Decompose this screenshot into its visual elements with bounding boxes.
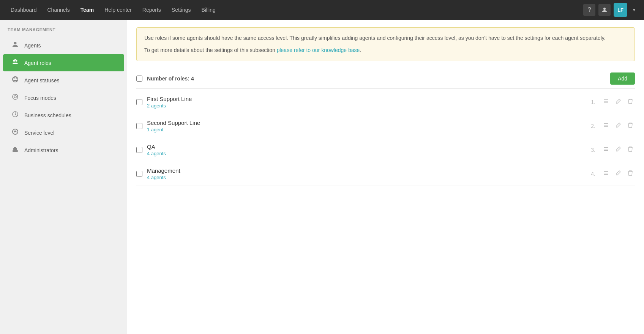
role-reorder-button-4[interactable]	[601, 169, 611, 179]
agent-roles-icon	[11, 58, 20, 68]
user-profile-button[interactable]	[598, 4, 611, 16]
role-info-3: QA 4 agents	[147, 143, 591, 156]
role-reorder-button-2[interactable]	[601, 121, 611, 131]
select-all-checkbox[interactable]	[136, 76, 142, 82]
svg-rect-21	[604, 149, 608, 150]
role-number-3: 3.	[591, 147, 595, 153]
sidebar-label-business-schedules: Business schedules	[24, 112, 71, 118]
role-actions-1: 1.	[591, 97, 635, 107]
role-actions-4: 4.	[591, 169, 635, 179]
role-delete-button-2[interactable]	[626, 121, 635, 131]
nav-reports[interactable]: Reports	[138, 5, 166, 15]
help-button[interactable]: ?	[583, 4, 595, 16]
role-agents-4[interactable]: 4 agents	[147, 175, 591, 180]
role-agents-3[interactable]: 4 agents	[147, 151, 591, 156]
role-info-4: Management 4 agents	[147, 167, 591, 180]
nav-team[interactable]: Team	[76, 5, 99, 15]
svg-rect-10	[13, 150, 18, 151]
sidebar-item-business-schedules[interactable]: Business schedules	[3, 107, 124, 124]
role-agents-2[interactable]: 1 agent	[147, 127, 591, 132]
role-edit-button-3[interactable]	[614, 145, 623, 155]
role-delete-button-3[interactable]	[626, 145, 635, 155]
main-content: Use roles if some agents should have the…	[127, 20, 644, 334]
role-item-second-support-line: Second Support Line 1 agent 2.	[136, 114, 635, 138]
sidebar-title: TEAM MANAGEMENT	[0, 27, 127, 36]
roles-header-left: Number of roles: 4	[136, 76, 194, 82]
sidebar-label-agent-statuses: Agent statuses	[24, 77, 60, 84]
svg-point-4	[14, 96, 16, 98]
sidebar-item-focus-modes[interactable]: Focus modes	[3, 89, 124, 106]
sidebar-label-focus-modes: Focus modes	[24, 95, 56, 101]
role-checkbox-3[interactable]	[136, 147, 142, 153]
role-number-1: 1.	[591, 99, 595, 105]
role-info-1: First Support Line 2 agents	[147, 96, 591, 109]
svg-rect-25	[604, 174, 608, 175]
role-checkbox-2[interactable]	[136, 123, 142, 129]
svg-rect-24	[604, 173, 608, 173]
role-name-1: First Support Line	[147, 96, 591, 102]
business-schedules-icon	[11, 110, 20, 120]
role-number-4: 4.	[591, 171, 595, 177]
roles-header: Number of roles: 4 Add	[136, 69, 635, 89]
avatar-button[interactable]: LF	[614, 3, 627, 17]
role-name-2: Second Support Line	[147, 120, 591, 126]
knowledge-base-link[interactable]: please refer to our knowledge base	[277, 47, 360, 53]
role-name-3: QA	[147, 143, 591, 150]
agents-icon	[11, 41, 20, 50]
svg-rect-11	[13, 151, 18, 152]
add-role-button[interactable]: Add	[610, 72, 635, 85]
svg-rect-17	[604, 123, 608, 124]
role-reorder-button-1[interactable]	[601, 97, 611, 107]
sidebar-item-service-level[interactable]: Service level	[3, 124, 124, 141]
nav-settings[interactable]: Settings	[167, 5, 196, 15]
role-name-4: Management	[147, 167, 591, 174]
role-delete-button-4[interactable]	[626, 169, 635, 179]
service-level-icon	[11, 128, 20, 137]
svg-rect-22	[604, 150, 608, 151]
svg-rect-2	[14, 59, 16, 60]
svg-rect-20	[604, 147, 608, 148]
sidebar-label-agent-roles: Agent roles	[24, 60, 51, 66]
role-edit-button-1[interactable]	[614, 97, 623, 107]
sidebar-item-agents[interactable]: Agents	[3, 37, 124, 54]
nav-help-center[interactable]: Help center	[100, 5, 136, 15]
role-item-first-support-line: First Support Line 2 agents 1.	[136, 90, 635, 114]
role-edit-button-2[interactable]	[614, 121, 623, 131]
nav-billing[interactable]: Billing	[197, 5, 220, 15]
role-reorder-button-3[interactable]	[601, 145, 611, 155]
sidebar-label-agents: Agents	[24, 43, 41, 49]
roles-count: Number of roles: 4	[147, 76, 194, 82]
sidebar-label-administrators: Administrators	[24, 147, 58, 153]
administrators-icon	[11, 145, 20, 155]
svg-rect-18	[604, 125, 608, 126]
role-item-management: Management 4 agents 4.	[136, 162, 635, 186]
svg-rect-23	[604, 171, 608, 172]
nav-channels[interactable]: Channels	[43, 5, 74, 15]
sidebar-item-administrators[interactable]: Administrators	[3, 142, 124, 159]
role-delete-button-1[interactable]	[626, 97, 635, 107]
nav-dashboard[interactable]: Dashboard	[6, 5, 41, 15]
svg-rect-13	[14, 147, 16, 148]
info-banner-text1: Use roles if some agents should have the…	[144, 34, 627, 42]
role-checkbox-1[interactable]	[136, 99, 142, 105]
role-info-2: Second Support Line 1 agent	[147, 120, 591, 132]
sidebar-item-agent-statuses[interactable]: Agent statuses	[3, 72, 124, 89]
info-banner-text2: To get more details about the settings o…	[144, 46, 627, 54]
info-banner: Use roles if some agents should have the…	[136, 27, 635, 61]
svg-rect-15	[604, 101, 608, 102]
svg-rect-16	[604, 102, 608, 103]
avatar-dropdown-button[interactable]: ▼	[630, 7, 638, 13]
nav-links: Dashboard Channels Team Help center Repo…	[6, 5, 583, 15]
role-agents-1[interactable]: 2 agents	[147, 103, 591, 109]
sidebar: TEAM MANAGEMENT Agents Agent roles	[0, 20, 127, 334]
role-edit-button-4[interactable]	[614, 169, 623, 179]
svg-point-0	[13, 60, 15, 62]
sidebar-item-agent-roles[interactable]: Agent roles	[3, 54, 124, 71]
role-item-qa: QA 4 agents 3.	[136, 138, 635, 162]
top-navigation: Dashboard Channels Team Help center Repo…	[0, 0, 644, 20]
role-checkbox-4[interactable]	[136, 171, 142, 177]
main-layout: TEAM MANAGEMENT Agents Agent roles	[0, 20, 644, 334]
nav-right-actions: ? LF ▼	[583, 3, 638, 17]
sidebar-label-service-level: Service level	[24, 130, 54, 136]
svg-rect-12	[13, 148, 17, 150]
